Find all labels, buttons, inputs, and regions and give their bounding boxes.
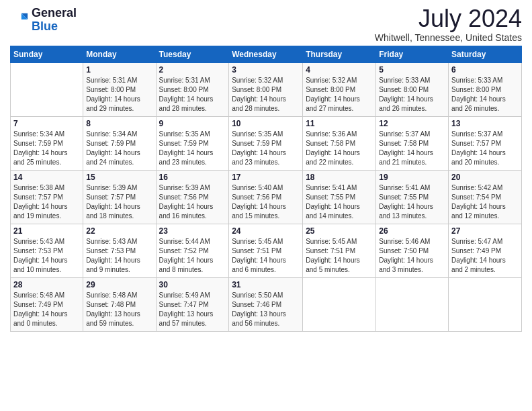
day-info: Sunrise: 5:39 AMSunset: 7:56 PMDaylight:…: [159, 183, 226, 221]
logo-text: General Blue: [32, 7, 77, 34]
day-info: Sunrise: 5:43 AMSunset: 7:53 PMDaylight:…: [13, 237, 80, 275]
day-number: 1: [86, 65, 152, 75]
table-row: 19Sunrise: 5:41 AMSunset: 7:55 PMDayligh…: [376, 171, 449, 224]
calendar-table: Sunday Monday Tuesday Wednesday Thursday…: [10, 46, 522, 332]
day-number: 8: [86, 119, 152, 128]
calendar-week-row: 1Sunrise: 5:31 AMSunset: 8:00 PMDaylight…: [11, 63, 522, 117]
weekday-header-row: Sunday Monday Tuesday Wednesday Thursday…: [11, 46, 522, 63]
table-row: 4Sunrise: 5:32 AMSunset: 8:00 PMDaylight…: [303, 63, 376, 117]
logo-general: General: [32, 6, 77, 19]
table-row: [303, 278, 376, 332]
day-number: 16: [159, 173, 226, 182]
day-info: Sunrise: 5:47 AMSunset: 7:49 PMDaylight:…: [451, 237, 519, 275]
calendar-week-row: 28Sunrise: 5:48 AMSunset: 7:49 PMDayligh…: [11, 278, 522, 332]
day-info: Sunrise: 5:33 AMSunset: 8:00 PMDaylight:…: [379, 76, 445, 113]
day-number: 17: [232, 173, 300, 182]
day-number: 4: [306, 65, 373, 75]
table-row: 31Sunrise: 5:50 AMSunset: 7:46 PMDayligh…: [229, 278, 303, 332]
table-row: 9Sunrise: 5:35 AMSunset: 7:59 PMDaylight…: [156, 117, 229, 171]
day-info: Sunrise: 5:34 AMSunset: 7:59 PMDaylight:…: [86, 130, 152, 167]
table-row: 2Sunrise: 5:31 AMSunset: 8:00 PMDaylight…: [156, 63, 229, 117]
day-number: 10: [232, 119, 300, 128]
day-info: Sunrise: 5:31 AMSunset: 8:00 PMDaylight:…: [159, 76, 226, 113]
calendar-week-row: 7Sunrise: 5:34 AMSunset: 7:59 PMDaylight…: [11, 117, 522, 171]
table-row: 28Sunrise: 5:48 AMSunset: 7:49 PMDayligh…: [11, 278, 83, 332]
table-row: [11, 63, 83, 117]
table-row: 1Sunrise: 5:31 AMSunset: 8:00 PMDaylight…: [83, 63, 156, 117]
day-number: 9: [159, 119, 226, 128]
table-row: 8Sunrise: 5:34 AMSunset: 7:59 PMDaylight…: [83, 117, 156, 171]
day-info: Sunrise: 5:32 AMSunset: 8:00 PMDaylight:…: [306, 76, 373, 113]
day-info: Sunrise: 5:37 AMSunset: 7:57 PMDaylight:…: [451, 130, 519, 167]
day-number: 20: [451, 173, 519, 182]
weekday-sunday: Sunday: [11, 46, 83, 63]
table-row: 25Sunrise: 5:45 AMSunset: 7:51 PMDayligh…: [303, 224, 376, 278]
table-row: 26Sunrise: 5:46 AMSunset: 7:50 PMDayligh…: [376, 224, 449, 278]
logo-blue: Blue: [32, 19, 58, 33]
calendar-week-row: 21Sunrise: 5:43 AMSunset: 7:53 PMDayligh…: [11, 224, 522, 278]
table-row: 11Sunrise: 5:36 AMSunset: 7:58 PMDayligh…: [303, 117, 376, 171]
table-row: 6Sunrise: 5:33 AMSunset: 8:00 PMDaylight…: [449, 63, 522, 117]
day-info: Sunrise: 5:35 AMSunset: 7:59 PMDaylight:…: [159, 130, 226, 167]
day-info: Sunrise: 5:36 AMSunset: 7:58 PMDaylight:…: [306, 130, 373, 167]
logo: General Blue: [10, 7, 77, 34]
table-row: [376, 278, 449, 332]
day-number: 31: [232, 280, 300, 289]
day-number: 11: [306, 119, 373, 128]
weekday-tuesday: Tuesday: [156, 46, 229, 63]
day-info: Sunrise: 5:49 AMSunset: 7:47 PMDaylight:…: [159, 291, 226, 328]
day-info: Sunrise: 5:32 AMSunset: 8:00 PMDaylight:…: [232, 76, 300, 113]
table-row: 20Sunrise: 5:42 AMSunset: 7:54 PMDayligh…: [449, 171, 522, 224]
day-info: Sunrise: 5:33 AMSunset: 8:00 PMDaylight:…: [451, 76, 519, 113]
table-row: 21Sunrise: 5:43 AMSunset: 7:53 PMDayligh…: [11, 224, 83, 278]
day-info: Sunrise: 5:48 AMSunset: 7:49 PMDaylight:…: [13, 291, 80, 328]
weekday-thursday: Thursday: [303, 46, 376, 63]
day-info: Sunrise: 5:43 AMSunset: 7:53 PMDaylight:…: [86, 237, 152, 275]
day-number: 23: [159, 226, 226, 236]
day-info: Sunrise: 5:44 AMSunset: 7:52 PMDaylight:…: [159, 237, 226, 275]
page-header: General Blue July 2024 Whitwell, Tenness…: [10, 7, 522, 43]
day-number: 6: [451, 65, 519, 75]
day-number: 13: [451, 119, 519, 128]
table-row: 13Sunrise: 5:37 AMSunset: 7:57 PMDayligh…: [449, 117, 522, 171]
day-info: Sunrise: 5:31 AMSunset: 8:00 PMDaylight:…: [86, 76, 152, 113]
day-number: 29: [86, 280, 152, 289]
day-info: Sunrise: 5:46 AMSunset: 7:50 PMDaylight:…: [379, 237, 445, 275]
table-row: [449, 278, 522, 332]
day-info: Sunrise: 5:45 AMSunset: 7:51 PMDaylight:…: [306, 237, 373, 275]
day-info: Sunrise: 5:38 AMSunset: 7:57 PMDaylight:…: [13, 183, 80, 221]
table-row: 22Sunrise: 5:43 AMSunset: 7:53 PMDayligh…: [83, 224, 156, 278]
day-info: Sunrise: 5:45 AMSunset: 7:51 PMDaylight:…: [232, 237, 300, 275]
day-number: 5: [379, 65, 445, 75]
day-number: 22: [86, 226, 152, 236]
day-number: 2: [159, 65, 226, 75]
day-number: 25: [306, 226, 373, 236]
table-row: 23Sunrise: 5:44 AMSunset: 7:52 PMDayligh…: [156, 224, 229, 278]
day-number: 14: [13, 173, 80, 182]
table-row: 14Sunrise: 5:38 AMSunset: 7:57 PMDayligh…: [11, 171, 83, 224]
day-info: Sunrise: 5:41 AMSunset: 7:55 PMDaylight:…: [379, 183, 445, 221]
table-row: 30Sunrise: 5:49 AMSunset: 7:47 PMDayligh…: [156, 278, 229, 332]
month-title: July 2024: [375, 7, 522, 31]
table-row: 18Sunrise: 5:41 AMSunset: 7:55 PMDayligh…: [303, 171, 376, 224]
table-row: 10Sunrise: 5:35 AMSunset: 7:59 PMDayligh…: [229, 117, 303, 171]
day-info: Sunrise: 5:39 AMSunset: 7:57 PMDaylight:…: [86, 183, 152, 221]
table-row: 16Sunrise: 5:39 AMSunset: 7:56 PMDayligh…: [156, 171, 229, 224]
day-info: Sunrise: 5:34 AMSunset: 7:59 PMDaylight:…: [13, 130, 80, 167]
weekday-wednesday: Wednesday: [229, 46, 303, 63]
weekday-friday: Friday: [376, 46, 449, 63]
table-row: 3Sunrise: 5:32 AMSunset: 8:00 PMDaylight…: [229, 63, 303, 117]
day-number: 30: [159, 280, 226, 289]
day-number: 28: [13, 280, 80, 289]
weekday-monday: Monday: [83, 46, 156, 63]
day-number: 12: [379, 119, 445, 128]
table-row: 5Sunrise: 5:33 AMSunset: 8:00 PMDaylight…: [376, 63, 449, 117]
day-number: 3: [232, 65, 300, 75]
day-number: 26: [379, 226, 445, 236]
day-number: 27: [451, 226, 519, 236]
day-info: Sunrise: 5:50 AMSunset: 7:46 PMDaylight:…: [232, 291, 300, 328]
day-info: Sunrise: 5:35 AMSunset: 7:59 PMDaylight:…: [232, 130, 300, 167]
day-number: 19: [379, 173, 445, 182]
table-row: 24Sunrise: 5:45 AMSunset: 7:51 PMDayligh…: [229, 224, 303, 278]
day-number: 21: [13, 226, 80, 236]
